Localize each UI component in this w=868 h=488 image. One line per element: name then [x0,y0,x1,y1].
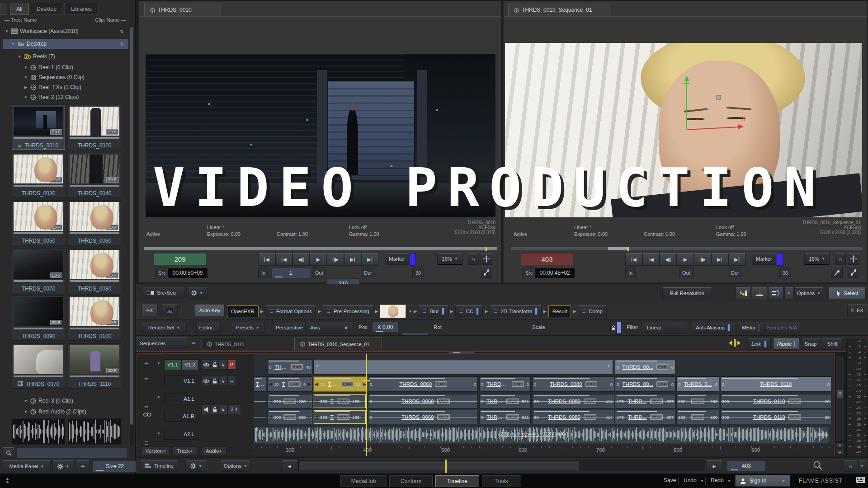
auto-key-toggle[interactable]: Auto Key [195,305,225,316]
timeline-clip-thrds-0110[interactable]: 309THRDS_0110MOV20 [720,394,831,408]
audio-clip-thumb-1[interactable] [68,418,121,445]
track-visibility-toggle[interactable] [202,360,210,370]
fx-node-2d-transform[interactable]: ☰2D Transform [490,305,542,317]
clip-thumbnail[interactable]: EXR [14,297,63,326]
anti-aliasing-toggle[interactable]: Anti-Aliasing [692,322,734,333]
tree-expand-arrow[interactable]: ▼ [17,55,22,59]
clip-sort-label[interactable]: Clip: Name — [95,17,126,23]
zoom-level-menu[interactable]: 16%▼ [804,253,830,265]
tree-item-reel-audio-2-clips-[interactable]: ▼Reel Audio (2 Clips) [3,407,128,417]
ripple-toggle[interactable]: Ripple [773,338,799,350]
tree-expand-arrow[interactable]: ▶ [24,85,28,89]
pan-view-button[interactable] [481,253,492,265]
viewer-exposure[interactable]: Exposure: 0.00 [574,231,608,237]
timeline-clip-thrds-0110[interactable]: 0THRDS_01100 [720,376,831,392]
track-lock-toggle[interactable] [210,376,219,386]
sequence-tab-thrds_0010[interactable]: THRDS_0010 [201,338,246,351]
resize-view-button[interactable] [481,267,492,278]
track-collapse-arrow[interactable]: ▼ [157,361,160,366]
timeline-clip-thrds-0-[interactable]: 0THRDS_0...0 [676,376,719,392]
fx-node-format-options[interactable]: ☰Format Options [265,305,316,317]
tree-expand-arrow[interactable]: ▼ [24,75,28,80]
tree-item-reel-fxs-1-clip-[interactable]: ▶Reel_FXs (1 Clip) [3,82,128,92]
tree-item-reel-3-0-clip-[interactable]: ▼Reel 3 (0 Clip) [3,396,128,406]
app-tab-mediahub[interactable]: MediaHub [340,475,387,487]
clip-thumbnail[interactable]: EXR [14,107,63,136]
timeline-clip-thrds-0080[interactable]: 0THRDS_0080EXR0 [532,376,614,392]
scroll-right-button[interactable]: ▶ [706,460,722,472]
timeline-gear-button[interactable]: ▼ [185,460,207,472]
clip-card-thrds_0080-7[interactable]: EXRTHRDS_0080 [68,248,121,293]
clip-scrub-bar[interactable] [14,328,63,329]
clip-thumbnail[interactable]: EXR [14,250,63,279]
transport-next-edit-button[interactable]: ▶| [344,253,361,266]
sort-icon[interactable]: ⇅ [120,42,124,47]
track-route-button[interactable]: ↳ [219,376,227,386]
viewport-options-menu[interactable]: Options▼ [794,287,823,299]
app-tab-tools[interactable]: Tools [482,475,521,487]
clip-card-thrds_0040-3[interactable]: EXRTHRDS_0040 [68,153,121,198]
marker-color-swatch[interactable] [777,253,783,266]
fx-node-openexr[interactable]: OpenEXR [227,305,259,317]
transport-step-back-button[interactable]: ◀|| [660,253,677,266]
clip-scrub-bar[interactable] [14,137,63,139]
tab-list-icon[interactable]: ☰ [192,340,196,345]
viewer-contrast[interactable]: Contrast: 1.00 [277,231,308,237]
source-viewer-tab[interactable]: THRDS_0010 [144,3,221,17]
pan-view-button[interactable] [848,253,859,265]
viewport-gear-button[interactable]: ▼ [186,287,208,299]
tree-expand-arrow[interactable]: ▼ [11,42,15,46]
tree-item-reel-1-0-clip-[interactable]: ▼Reel 1 (0 Clip) [3,62,128,72]
transport-prev-edit-button[interactable]: |◀ [275,253,292,266]
clip-scrub-bar[interactable] [14,280,63,282]
transport-cue-out-button[interactable]: ▶] [361,253,378,266]
zoom-out-button[interactable]: − [835,450,844,455]
clip-scrub-bar[interactable] [70,328,119,329]
add-track-button[interactable]: Track+ [172,446,198,455]
tree-sort-label[interactable]: — Tree: Name [5,17,37,23]
clip-thumbnail[interactable]: EXR [70,155,119,183]
media-panel-gear-button[interactable]: ▼ [52,460,74,472]
pos-x-field[interactable]: X 0.00 [372,322,398,333]
fx-node-thumbnail[interactable]: ▼ [380,305,412,318]
marker-color-swatch[interactable] [410,253,416,266]
sidebar-scrollbar[interactable] [130,26,134,446]
viewer-exposure[interactable]: Exposure: 0.00 [207,231,241,237]
track-route-button[interactable]: ↳ [219,360,227,370]
tree-expand-arrow[interactable]: ▼ [24,95,28,99]
search-button[interactable] [3,447,14,459]
viewer-colorspace[interactable]: Linear * [574,225,591,230]
timeline-audio-waveform-clip[interactable]: 0233_full_new-life_0137 WAV2094 [254,426,829,443]
marker-button[interactable]: Marker [752,253,776,265]
audio-clip-thumb-0[interactable] [12,418,65,445]
timeline-clip-thrd-[interactable]: 0THRD...MOV521 [479,410,531,424]
tree-item-sequences-0-clip-[interactable]: ▼Sequences (0 Clip) [3,72,128,82]
axis-menu[interactable]: Axis▶ [306,322,352,333]
sequences-menu[interactable]: Sequences [136,338,188,349]
editor-button[interactable]: Editor... [195,322,221,333]
sequence-viewer-tab[interactable]: THRDS_0010_Sequence_01 [508,3,611,17]
timeline-clip-thrds-00-[interactable]: 0THRDS_00...EXR0 [615,359,675,375]
viewer-look[interactable]: Look off [716,225,734,230]
clip-thumbnail[interactable]: EXR [70,107,119,136]
full-resolution-button[interactable]: Full Resolution [662,287,712,299]
undo-button[interactable]: Undo ▼ [684,477,704,483]
clip-thumbnail[interactable]: EXR [70,297,119,326]
clip-scrub-bar[interactable] [70,280,119,282]
stereo-link-icon[interactable] [143,413,151,417]
scale-lock-toggle[interactable] [610,322,622,333]
timeline-ruler[interactable]: 300400500600700800900 [254,446,834,456]
select-tool-button[interactable]: Select [829,287,866,299]
clip-scrub-bar[interactable] [70,232,119,234]
tree-item-reels-7-[interactable]: ▼Reels (7) [3,52,128,61]
track-patch-label[interactable]: -- [227,376,236,386]
fx-node-result[interactable]: Result [548,305,571,317]
link-toggle[interactable]: Link [747,338,771,350]
timeline-clip-thrds-0110[interactable]: 309THRDS_0110MOV20 [720,410,831,424]
transport-play-button[interactable]: ▶ [310,253,327,266]
fx-button[interactable]: FX [142,305,158,316]
resize-view-button[interactable] [848,267,859,278]
clip-card-thrds_0070-10[interactable]: EXRTHRDS_0070 [12,343,65,389]
clip-thumbnail[interactable]: EXR [70,250,119,279]
timeline-horizontal-scrollbar[interactable] [298,460,705,471]
